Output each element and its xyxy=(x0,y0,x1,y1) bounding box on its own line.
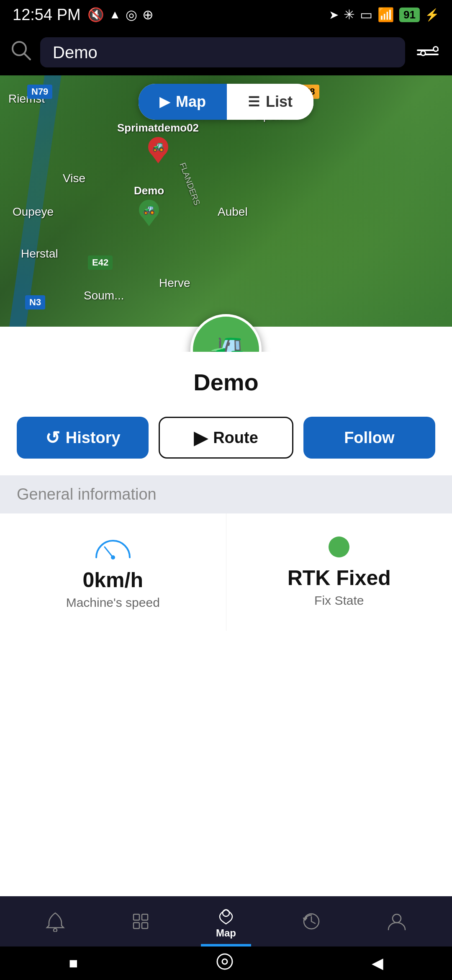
fix-state-card: RTK Fixed Fix State xyxy=(226,513,452,631)
svg-point-19 xyxy=(222,959,227,964)
follow-label: Follow xyxy=(344,429,394,447)
navigation-icon: ▲ xyxy=(109,8,121,21)
status-left: 12:54 PM 🔇 ▲ ◎ ⊕ xyxy=(13,6,154,24)
map-background: Riemst Gulpen Epen Vise Oupeye Aubel Her… xyxy=(0,75,452,352)
rtk-value: RTK Fixed xyxy=(288,566,391,590)
history-label: History xyxy=(66,429,121,447)
map-tab-button[interactable]: ▶ Map xyxy=(139,84,227,120)
location-icon: ◎ xyxy=(126,7,137,23)
charging-icon: ⚡ xyxy=(425,8,439,22)
list-tab-icon: ☰ xyxy=(248,94,260,110)
route-icon: ▶ xyxy=(194,428,207,448)
floating-tractor: 🚜 ✂ xyxy=(190,314,262,352)
profile-icon xyxy=(386,911,407,932)
android-stop-button[interactable]: ■ xyxy=(69,954,78,972)
gps-icon: ➤ xyxy=(329,8,339,22)
speed-label: Machine's speed xyxy=(66,596,160,610)
map-label-soum: Soum... xyxy=(84,289,124,302)
road-badge-n3: N3 xyxy=(25,295,45,309)
list-tab-button[interactable]: ☰ List xyxy=(227,84,313,120)
action-buttons: ↺ History ▶ Route Follow xyxy=(0,417,452,459)
follow-button[interactable]: Follow xyxy=(303,417,435,459)
search-input[interactable]: Demo xyxy=(40,37,405,67)
svg-rect-13 xyxy=(134,923,139,928)
svg-point-18 xyxy=(217,954,232,969)
map-label-oupeye: Oupeye xyxy=(13,205,54,219)
svg-text:🚜: 🚜 xyxy=(143,203,155,215)
map-nav-icon xyxy=(216,904,236,925)
nav-item-history[interactable] xyxy=(301,911,322,932)
android-home-button[interactable] xyxy=(216,952,234,975)
android-back-button[interactable]: ◀ xyxy=(372,954,383,972)
nav-item-profile[interactable] xyxy=(386,911,407,932)
history-button[interactable]: ↺ History xyxy=(17,417,149,459)
map-label-flanders: FLANDERS xyxy=(177,161,202,206)
filter-button[interactable] xyxy=(413,46,442,59)
bottom-sheet: Demo ↺ History ▶ Route Follow General in… xyxy=(0,327,452,980)
bottom-nav: Map xyxy=(0,896,452,946)
marker-demo[interactable]: Demo 🚜 xyxy=(134,184,164,230)
bluetooth-icon: ✳ xyxy=(344,7,355,23)
marker-label-sprimatdemo02: Sprimatdemo02 xyxy=(117,121,199,134)
device-name: Demo xyxy=(193,361,259,395)
history-nav-icon xyxy=(301,911,322,932)
route-button[interactable]: ▶ Route xyxy=(159,417,293,459)
devices-icon xyxy=(130,911,151,932)
map-list-toggle: ▶ Map ☰ List xyxy=(139,84,313,120)
info-cards: 0km/h Machine's speed RTK Fixed Fix Stat… xyxy=(0,513,452,631)
map-label-herve: Herve xyxy=(159,276,190,290)
speed-value: 0km/h xyxy=(82,568,143,592)
svg-rect-14 xyxy=(142,923,148,928)
marker-label-demo: Demo xyxy=(134,184,164,197)
alerts-icon xyxy=(45,911,66,932)
map-area[interactable]: Riemst Gulpen Epen Vise Oupeye Aubel Her… xyxy=(0,75,452,352)
map-tab-icon: ▶ xyxy=(159,94,170,110)
status-time: 12:54 PM xyxy=(13,6,81,24)
marker-sprimatdemo02[interactable]: Sprimatdemo02 🚜 xyxy=(117,121,199,167)
map-label-vise: Vise xyxy=(63,172,85,185)
route-label: Route xyxy=(213,429,258,447)
svg-point-17 xyxy=(393,914,401,923)
section-title: General information xyxy=(17,485,157,503)
battery-charging-icon: ▭ xyxy=(360,7,372,23)
mute-icon: 🔇 xyxy=(87,7,104,23)
section-header: General information xyxy=(0,475,452,513)
status-bar: 12:54 PM 🔇 ▲ ◎ ⊕ ➤ ✳ ▭ 📶 91 ⚡ xyxy=(0,0,452,29)
status-icons-right: ➤ ✳ ▭ 📶 91 ⚡ xyxy=(329,7,439,23)
map-nav-label: Map xyxy=(216,927,236,939)
general-info: General information 0km/h Machine's spee… xyxy=(0,475,452,631)
map-tab-label: Map xyxy=(176,93,206,111)
rtk-dot xyxy=(329,536,349,557)
map-label-aubel: Aubel xyxy=(218,205,248,219)
road-badge-n79: N79 xyxy=(27,85,52,99)
nav-item-alerts[interactable] xyxy=(45,911,66,932)
svg-marker-3 xyxy=(150,152,167,163)
status-icons-left: 🔇 ▲ ◎ ⊕ xyxy=(87,7,154,23)
tractor-icon: 🚜 xyxy=(205,330,247,352)
nav-item-devices[interactable] xyxy=(130,911,151,932)
svg-line-1 xyxy=(24,54,30,59)
nav-item-map[interactable]: Map xyxy=(216,904,236,939)
android-nav-bar: ■ ◀ xyxy=(0,946,452,980)
search-bar: Demo xyxy=(0,29,452,75)
battery-level: 91 xyxy=(399,8,420,22)
svg-point-10 xyxy=(54,928,57,932)
list-tab-label: List xyxy=(266,93,293,111)
svg-rect-12 xyxy=(142,914,148,920)
speedometer-icon xyxy=(92,534,134,560)
svg-line-9 xyxy=(105,547,113,557)
svg-rect-11 xyxy=(134,914,139,920)
history-icon: ↺ xyxy=(45,428,60,448)
search-icon xyxy=(10,39,32,66)
fix-state-label: Fix State xyxy=(314,593,364,608)
svg-text:🚜: 🚜 xyxy=(152,140,164,152)
road-badge-e42: E42 xyxy=(88,255,113,270)
wifi-icon: 📶 xyxy=(378,7,394,23)
svg-marker-6 xyxy=(141,215,157,226)
circle-icon: ⊕ xyxy=(142,7,154,23)
map-label-herstal: Herstal xyxy=(21,247,58,260)
speed-card: 0km/h Machine's speed xyxy=(0,513,226,631)
